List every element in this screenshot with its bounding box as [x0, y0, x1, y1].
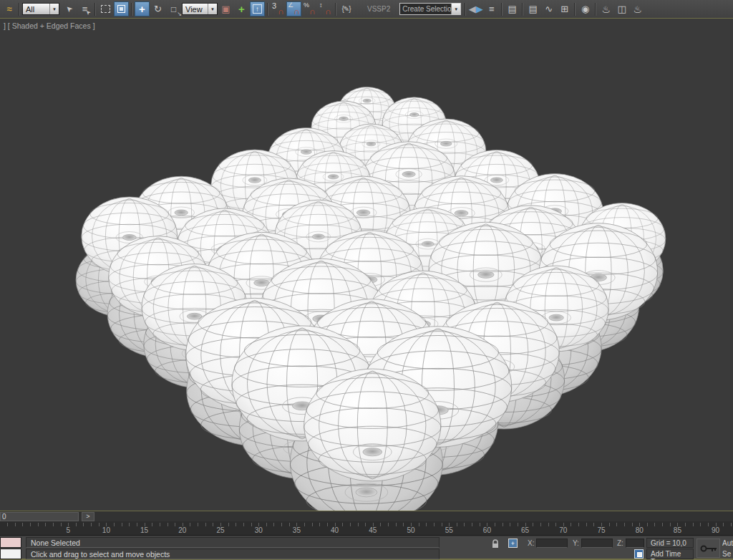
ruler-tick: [205, 523, 206, 526]
manipulate-icon: +: [238, 4, 245, 14]
chevron-down-icon: ▼: [49, 4, 59, 14]
x-coordinate-field[interactable]: [536, 539, 568, 548]
ruler-tick: [45, 523, 46, 526]
snap-toggle-3d-button[interactable]: 3 ∩: [271, 1, 286, 16]
set-keys-button[interactable]: [696, 539, 720, 558]
ruler-tick-label: 30: [255, 526, 263, 534]
ruler-tick: [190, 523, 190, 526]
ruler-tick: [480, 523, 480, 526]
ruler-tick: [137, 523, 137, 526]
time-slider-track[interactable]: 0 >: [0, 511, 733, 521]
reference-coordinate-dropdown[interactable]: View ▼: [182, 3, 218, 15]
z-coordinate-field[interactable]: [626, 539, 644, 548]
rectangular-selection-button[interactable]: [98, 1, 113, 16]
select-rotate-button[interactable]: ↻: [150, 1, 165, 16]
select-object-button[interactable]: ➤: [62, 1, 77, 16]
angle-snap-toggle[interactable]: ∠ ∩: [286, 1, 301, 16]
toolbar-separator: [131, 3, 132, 16]
select-manipulate-button[interactable]: +: [234, 1, 249, 16]
scale-arrow-icon: ↘: [177, 11, 182, 17]
selection-filter-value: All: [23, 5, 49, 14]
viewport-shading-label[interactable]: ] [ Shaded + Edged Faces ]: [4, 21, 95, 30]
ruler-tick: [593, 523, 594, 526]
viewport-canvas[interactable]: [0, 19, 733, 511]
toolbar-separator: [465, 3, 466, 16]
ruler-tick-label: 70: [559, 526, 567, 534]
ruler-tick: [365, 523, 366, 526]
selection-filter-dropdown[interactable]: All ▼: [22, 3, 59, 15]
magnet-icon: ∩: [325, 7, 331, 16]
z-label: Z:: [617, 539, 623, 547]
teapot-icon: ♨: [601, 4, 611, 14]
align-button[interactable]: ≡: [484, 1, 499, 16]
material-editor-button[interactable]: ◉: [578, 1, 593, 16]
maxscript-mini-listener-macro[interactable]: [0, 537, 21, 548]
ruler-tick-label: 80: [636, 526, 644, 534]
schematic-view-button[interactable]: ⊞: [557, 1, 572, 16]
ruler-tick: [426, 523, 427, 526]
ruler-tick: [319, 523, 320, 526]
ruler-tick: [327, 523, 328, 526]
ruler-tick: [99, 523, 99, 526]
select-scale-button[interactable]: □ ↘: [166, 1, 181, 16]
ruler-tick: [122, 523, 122, 526]
curve-editor-button[interactable]: ∿: [541, 1, 556, 16]
layer-manager-button[interactable]: ▤: [505, 1, 520, 16]
pivot-icon: ▣: [221, 4, 230, 14]
select-by-name-button[interactable]: ≡ ➤: [77, 1, 92, 16]
window-crossing-toggle[interactable]: [114, 1, 129, 16]
ruler-tick-label: 20: [178, 526, 186, 534]
next-frame-button[interactable]: >: [82, 512, 94, 521]
ruler-tick: [586, 523, 587, 526]
snap-3-label: 3: [272, 2, 276, 10]
y-coordinate-field[interactable]: [581, 539, 613, 548]
ruler-tick: [503, 523, 503, 526]
ruler-tick: [624, 523, 625, 526]
toolbar-separator: [19, 3, 20, 16]
selection-set-text: VSSP2: [354, 5, 397, 13]
bind-spacewarp-icon[interactable]: ≈: [1, 1, 16, 16]
ruler-tick-label: 75: [597, 526, 605, 534]
percent-snap-toggle[interactable]: % ∩: [302, 1, 317, 16]
pivot-point-center-button[interactable]: ▣: [218, 1, 233, 16]
edit-named-selection-sets-button[interactable]: {✎}: [339, 1, 354, 16]
ruler-tick: [708, 523, 709, 526]
keyboard-override-toggle[interactable]: ↑: [250, 1, 265, 16]
ruler-tick: [304, 523, 305, 526]
named-selection-sets-dropdown[interactable]: Create Selection Se ▼: [399, 3, 461, 15]
select-move-button[interactable]: +: [135, 1, 150, 16]
toolbar-separator: [501, 3, 503, 16]
mirror-button[interactable]: ◀ ▶: [468, 1, 483, 16]
ribbon-toggle-button[interactable]: ▤: [525, 1, 540, 16]
ruler-tick: [38, 523, 39, 526]
ruler-tick-label: 50: [407, 526, 414, 534]
maxscript-mini-listener[interactable]: [0, 549, 21, 559]
render-setup-button[interactable]: ♨: [598, 1, 613, 16]
add-time-tag-button[interactable]: Add Time Tag: [646, 549, 694, 559]
set-key-button[interactable]: Se: [722, 550, 733, 558]
time-slider-handle[interactable]: 0: [0, 512, 79, 521]
spinner-snap-toggle[interactable]: ↕ ∩: [318, 1, 333, 16]
render-production-button[interactable]: ♨: [630, 1, 645, 16]
ruler-tick: [22, 523, 23, 526]
ruler-tick: [152, 523, 152, 526]
spinner-icon: ↕: [319, 2, 323, 9]
ruler-tick-label: 10: [102, 526, 110, 534]
absolute-mode-toggle[interactable]: +: [508, 539, 518, 548]
ruler-tick: [723, 523, 724, 526]
timeline-ruler[interactable]: 51015202530354045505560657075808590: [0, 521, 733, 536]
selection-lock-toggle[interactable]: [491, 539, 500, 551]
ruler-tick: [548, 523, 549, 526]
ruler-tick-label: 15: [140, 526, 148, 534]
lock-icon: [491, 539, 500, 549]
ruler-tick: [396, 523, 397, 526]
ruler-tick: [129, 523, 130, 526]
auto-key-button[interactable]: Aut: [722, 539, 733, 547]
ruler-tick: [419, 523, 419, 526]
viewport[interactable]: ] [ Shaded + Edged Faces ]: [0, 19, 733, 511]
time-tag-icon: [634, 549, 644, 559]
frame-window-icon: ◫: [618, 4, 626, 14]
ruler-tick: [685, 523, 686, 526]
rendered-frame-window-button[interactable]: ◫: [614, 1, 629, 16]
ruler-tick: [350, 523, 351, 526]
